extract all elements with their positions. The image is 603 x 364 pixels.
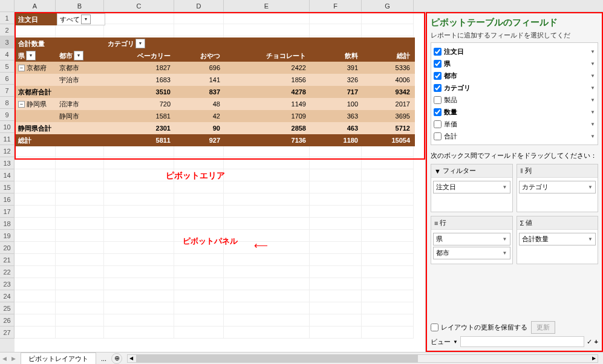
field-item[interactable]: 製品▼ [434, 94, 595, 106]
tab-nav-prev[interactable]: ◀ [0, 356, 9, 362]
row-pref-header: 県 [18, 50, 25, 62]
pivot-field-panel: ピボットテーブルのフィールド レポートに追加するフィールドを選択してくだ 注文日… [426, 12, 603, 352]
collapse-icon[interactable]: − [18, 101, 25, 108]
table-row: −静岡県 沼津市 7204811491002017 [16, 98, 424, 110]
sheet-tabs: ◀ ▶ ピボットレイアウト ... ⊕ ◀ ▶ [0, 352, 603, 364]
arrow-icon: ⟵ [254, 239, 268, 251]
zone-field[interactable]: 都市▼ [433, 247, 510, 259]
col-filter-icon[interactable] [135, 39, 145, 48]
table-row: 静岡市 15814217093633695 [16, 110, 424, 122]
collapse-icon[interactable]: − [18, 65, 25, 71]
field-item[interactable]: 都市▼ [434, 70, 595, 82]
field-item[interactable]: 注文日▼ [434, 45, 595, 57]
subtotal-row: 京都府合計 351083742787179342 [16, 86, 424, 98]
col-choco: チョコレート [225, 50, 311, 62]
field-item[interactable]: 県▼ [434, 57, 595, 70]
sigma-icon: Σ [520, 219, 524, 227]
view-input[interactable] [460, 336, 584, 347]
pivot-area: 注文日 すべて 合計数量 カテゴリ 県 都市 ベーカリー おやつ チョコレート … [15, 12, 425, 160]
chevron-down-icon[interactable]: ▼ [590, 97, 595, 103]
grand-total-row: 総計 58119277136118015054 [16, 134, 424, 146]
city-filter-icon[interactable] [74, 51, 83, 60]
defer-checkbox[interactable]: レイアウトの更新を保留する [431, 323, 527, 332]
columns-icon: ⦀ [520, 167, 523, 175]
rows-icon: ≡ [434, 219, 438, 227]
tab-nav-next[interactable]: ▶ [9, 356, 18, 362]
col-G[interactable]: G [362, 0, 414, 11]
column-zone[interactable]: ⦀列 カテゴリ▼ [517, 164, 599, 212]
field-item[interactable]: 数量▼ [434, 106, 595, 118]
panel-subtitle: レポートに追加するフィールドを選択してくだ [431, 31, 598, 40]
table-row: 宇治市 168314118563264006 [16, 74, 424, 86]
chevron-down-icon[interactable]: ▼ [590, 134, 595, 139]
pref-filter-icon[interactable] [26, 51, 36, 60]
col-B[interactable]: B [56, 0, 104, 11]
pivot-panel-annotation: ピボットパネル [183, 236, 238, 247]
field-item[interactable]: カテゴリ▼ [434, 82, 595, 94]
panel-title: ピボットテーブルのフィールド [431, 17, 598, 28]
field-item[interactable]: 合計▼ [434, 130, 595, 142]
check-icon[interactable]: ✓ [587, 338, 592, 346]
plus-icon[interactable]: + [595, 338, 598, 345]
add-sheet-button[interactable]: ⊕ [111, 353, 122, 364]
chevron-down-icon[interactable]: ▼ [453, 339, 458, 345]
chevron-down-icon[interactable]: ▼ [590, 85, 595, 91]
chevron-down-icon[interactable]: ▼ [590, 49, 595, 54]
view-label: ビュー [431, 337, 451, 346]
chevron-down-icon[interactable]: ▼ [590, 61, 595, 67]
update-button[interactable]: 更新 [531, 321, 555, 334]
chevron-down-icon[interactable]: ▼ [590, 73, 595, 79]
chevron-down-icon[interactable]: ▼ [590, 109, 595, 115]
table-row: −京都府 京都市 182769624223915336 [16, 62, 424, 74]
row-zone[interactable]: ≡行 県▼都市▼ [431, 216, 513, 264]
col-snack: おやつ [175, 50, 225, 62]
pivot-area-annotation: ピボットエリア [166, 171, 225, 181]
zone-field[interactable]: 県▼ [433, 233, 510, 245]
row-headers: 1 2 3 4 5 6 7 8 9 10 11 12 13 14 15 16 1… [0, 12, 15, 352]
col-C[interactable]: C [104, 0, 174, 11]
col-E[interactable]: E [224, 0, 310, 11]
measure-label: 合計数量 [16, 37, 57, 50]
horizontal-scrollbar[interactable]: ◀ ▶ [127, 354, 598, 363]
spreadsheet-grid[interactable]: 注文日 すべて 合計数量 カテゴリ 県 都市 ベーカリー おやつ チョコレート … [15, 12, 426, 352]
col-bakery: ベーカリー [105, 50, 175, 62]
col-drink: 飲料 [311, 50, 363, 62]
col-D[interactable]: D [174, 0, 224, 11]
drag-instruction: 次のボックス間でフィールドをドラッグしてください： [431, 151, 598, 160]
category-header: カテゴリ [108, 37, 134, 50]
zone-field[interactable]: 合計数量▼ [519, 233, 596, 245]
filter-icon: ▼ [434, 167, 441, 175]
filter-field-label: 注文日 [16, 13, 57, 25]
sheet-tab[interactable]: ピボットレイアウト [21, 353, 96, 365]
subtotal-row: 静岡県合計 23019028584635712 [16, 122, 424, 134]
zone-field[interactable]: カテゴリ▼ [519, 181, 596, 193]
filter-dropdown-icon[interactable] [81, 15, 91, 24]
field-list: 注文日▼県▼都市▼カテゴリ▼製品▼数量▼単価▼合計▼ [431, 42, 598, 145]
col-F[interactable]: F [310, 0, 362, 11]
zone-field[interactable]: 注文日▼ [433, 181, 510, 193]
field-item[interactable]: 単価▼ [434, 118, 595, 130]
filter-zone[interactable]: ▼フィルター 注文日▼ [431, 164, 513, 212]
col-A[interactable]: A [15, 0, 56, 11]
col-total: 総計 [363, 50, 415, 62]
column-headers: A B C D E F G [0, 0, 603, 12]
row-city-header: 都市 [59, 50, 73, 62]
filter-value: すべて [60, 13, 80, 25]
tab-more[interactable]: ... [101, 355, 106, 362]
value-zone[interactable]: Σ値 合計数量▼ [517, 216, 599, 264]
chevron-down-icon[interactable]: ▼ [590, 122, 595, 127]
